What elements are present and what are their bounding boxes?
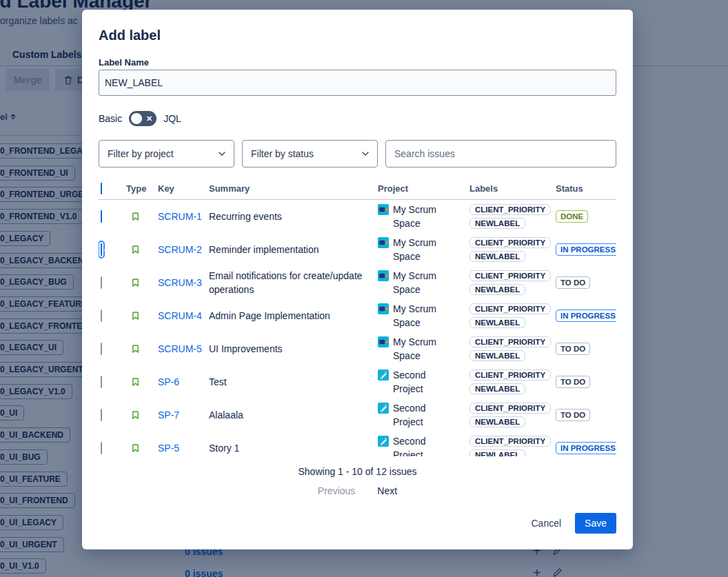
issue-key-link[interactable]: SCRUM-2 <box>158 243 203 256</box>
issue-key-link[interactable]: SCRUM-1 <box>158 210 203 223</box>
label-chip: CLIENT_PRIORITY <box>469 336 551 347</box>
issue-summary: Recurring events <box>209 210 378 223</box>
col-header-key: Key <box>158 183 209 194</box>
labels-cell: CLIENT_PRIORITYNEWLABEL <box>469 367 556 396</box>
label-name-input[interactable] <box>99 70 616 96</box>
col-header-type: Type <box>126 183 158 194</box>
status-badge: TO DO <box>556 343 590 355</box>
toggle-basic-label: Basic <box>99 113 122 124</box>
label-chip: CLIENT_PRIORITY <box>469 270 551 281</box>
project-avatar-icon <box>378 370 389 381</box>
project-name: My Scrum Space <box>393 302 448 330</box>
status-badge: IN PROGRESS <box>556 442 616 454</box>
label-chip: NEWLABEL <box>469 350 525 361</box>
issue-table-row: SCRUM-5UI ImprovementsMy Scrum SpaceCLIE… <box>99 332 616 365</box>
label-chip: NEWLABEL <box>469 449 525 456</box>
project-avatar-icon <box>378 403 389 414</box>
cancel-button[interactable]: Cancel <box>524 514 568 533</box>
issue-table-row: SP-6TestSecond ProjectCLIENT_PRIORITYNEW… <box>99 365 616 398</box>
labels-cell: CLIENT_PRIORITYNEWLABEL <box>469 334 556 363</box>
filter-by-project-select[interactable]: Filter by project <box>99 140 234 168</box>
label-chip: CLIENT_PRIORITY <box>469 237 551 248</box>
modal-title: Add label <box>99 28 161 43</box>
story-bookmark-icon <box>130 443 158 454</box>
issue-table-row: SP-5Story 1Second ProjectCLIENT_PRIORITY… <box>99 432 616 456</box>
row-checkbox[interactable] <box>101 243 102 256</box>
filter-by-project-value: Filter by project <box>108 148 174 159</box>
project-avatar-icon <box>378 237 389 248</box>
issue-table-row: SCRUM-4Admin Page ImplementationMy Scrum… <box>99 299 616 332</box>
toggle-x-icon: ✕ <box>146 114 152 123</box>
col-header-labels: Labels <box>469 183 556 194</box>
status-badge: IN PROGRESS <box>556 310 616 322</box>
issue-key-link[interactable]: SP-5 <box>158 441 203 455</box>
row-checkbox[interactable] <box>101 409 102 421</box>
issue-table: Type Key Summary Project Labels Status S… <box>99 178 616 456</box>
project-name: My Scrum Space <box>393 236 448 263</box>
project-name: My Scrum Space <box>393 203 448 230</box>
issue-summary: UI Improvements <box>209 342 378 356</box>
issue-table-header: Type Key Summary Project Labels Status <box>99 178 616 200</box>
label-name-field-label: Label Name <box>99 57 149 68</box>
project-name: Second Project <box>393 401 448 429</box>
label-chip: NEWLABEL <box>469 383 525 394</box>
labels-cell: CLIENT_PRIORITYNEWLABEL <box>469 202 556 231</box>
label-chip: CLIENT_PRIORITY <box>469 403 551 414</box>
label-chip: NEWLABEL <box>469 416 525 427</box>
labels-cell: CLIENT_PRIORITYNEWLABEL <box>469 434 556 456</box>
label-chip: CLIENT_PRIORITY <box>469 370 551 381</box>
search-issues-input[interactable] <box>385 140 616 168</box>
project-avatar-icon <box>378 204 389 215</box>
issue-table-row: SCRUM-2Reminder implementationMy Scrum S… <box>99 233 616 266</box>
issue-summary: Test <box>209 375 378 389</box>
project-name: My Scrum Space <box>393 269 448 296</box>
issue-summary: Reminder implementation <box>209 243 378 256</box>
row-checkbox[interactable] <box>101 210 102 223</box>
status-badge: IN PROGRESS <box>556 243 616 256</box>
story-bookmark-icon <box>130 310 158 321</box>
project-avatar-icon <box>378 436 389 447</box>
project-cell: My Scrum Space <box>378 302 469 330</box>
issue-table-body: SCRUM-1Recurring eventsMy Scrum SpaceCLI… <box>99 200 616 456</box>
col-header-status: Status <box>556 183 616 194</box>
row-checkbox[interactable] <box>101 343 102 355</box>
label-chip: NEWLABEL <box>469 251 525 262</box>
row-checkbox[interactable] <box>101 376 102 388</box>
toggle-knob <box>131 113 142 124</box>
issue-table-row: SCRUM-3Email notifications for create/up… <box>99 266 616 299</box>
label-chip: NEWLABEL <box>469 218 525 229</box>
row-checkbox[interactable] <box>101 276 102 289</box>
issue-key-link[interactable]: SCRUM-5 <box>158 342 203 356</box>
story-bookmark-icon <box>130 343 158 354</box>
labels-cell: CLIENT_PRIORITYNEWLABEL <box>469 301 556 330</box>
issue-summary: Story 1 <box>209 441 378 455</box>
project-cell: Second Project <box>378 401 469 429</box>
previous-page-button[interactable]: Previous <box>318 485 355 496</box>
row-checkbox[interactable] <box>101 442 102 454</box>
next-page-button[interactable]: Next <box>377 485 397 496</box>
project-avatar-icon <box>378 270 389 281</box>
status-badge: DONE <box>556 210 588 223</box>
labels-cell: CLIENT_PRIORITYNEWLABEL <box>469 401 556 429</box>
project-name: My Scrum Space <box>393 335 448 363</box>
col-header-summary: Summary <box>209 183 378 194</box>
issue-key-link[interactable]: SP-7 <box>158 408 203 422</box>
basic-jql-toggle[interactable]: ✕ <box>129 111 156 126</box>
save-button[interactable]: Save <box>575 513 616 534</box>
story-bookmark-icon <box>130 211 158 222</box>
chevron-down-icon <box>362 152 369 156</box>
project-name: Second Project <box>393 434 448 456</box>
status-badge: TO DO <box>556 276 590 289</box>
label-chip: CLIENT_PRIORITY <box>469 436 551 447</box>
issue-key-link[interactable]: SCRUM-3 <box>158 276 203 290</box>
issue-key-link[interactable]: SP-6 <box>158 375 203 389</box>
project-cell: Second Project <box>378 368 469 396</box>
select-all-checkbox[interactable] <box>101 183 102 194</box>
issue-key-link[interactable]: SCRUM-4 <box>158 309 203 323</box>
issue-summary: Email notifications for create/update op… <box>209 269 378 296</box>
filter-by-status-select[interactable]: Filter by status <box>242 140 378 168</box>
add-label-modal: Add label Label Name Basic ✕ JQL Filter … <box>82 10 633 549</box>
pagination-summary: Showing 1 - 10 of 12 issues <box>82 466 633 477</box>
row-checkbox[interactable] <box>101 310 102 322</box>
label-chip: CLIENT_PRIORITY <box>469 204 551 215</box>
